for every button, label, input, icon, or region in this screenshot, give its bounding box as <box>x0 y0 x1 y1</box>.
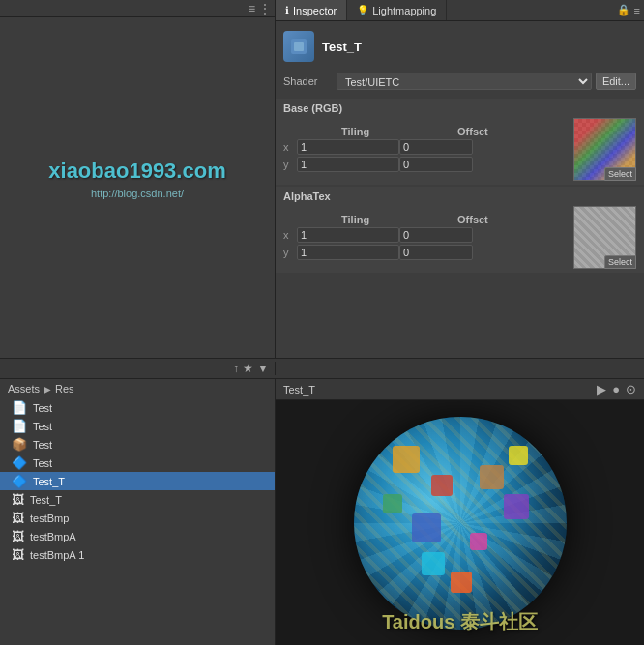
arrow-up-icon[interactable]: ↑ <box>233 362 239 375</box>
asset-item-testbmpa[interactable]: 🖼testBmpA <box>0 527 275 545</box>
tex-headers-base: Tiling Offset <box>283 126 570 137</box>
tex-y-row-base: y <box>283 157 570 172</box>
asset-icon-test2: 📄 <box>12 419 27 433</box>
asset-label-test4: Test <box>33 457 52 469</box>
object-header: Test_T <box>276 27 644 66</box>
sphere-preview <box>354 417 567 630</box>
x-tiling-alpha[interactable] <box>297 227 399 243</box>
asset-icon-test_t2: 🖼 <box>12 492 24 507</box>
asset-item-test_t2[interactable]: 🖼Test_T <box>0 490 275 509</box>
sphere-block-5 <box>480 465 504 489</box>
tex-thumbnail-base-wrap: Select <box>573 118 636 181</box>
tex-section-base-title: Base (RGB) <box>283 103 636 114</box>
tab-lightmapping[interactable]: 💡 Lightmapping <box>347 0 447 20</box>
res-label: Res <box>55 383 74 395</box>
sphere-block-2 <box>431 475 453 496</box>
y-tiling-base[interactable] <box>297 157 399 172</box>
asset-icon-testbmpa: 🖼 <box>12 529 24 543</box>
menu-icon: ≡ <box>249 2 255 15</box>
x-label-alpha: x <box>283 229 297 241</box>
asset-item-test4[interactable]: 🔷Test <box>0 454 275 472</box>
divider-left: ↑ ★ ▼ <box>0 362 276 375</box>
sphere-block-4 <box>412 513 441 542</box>
sphere-icons-layer <box>354 417 567 630</box>
offset-header-base: Offset <box>457 126 535 137</box>
play-button[interactable]: ▶ <box>597 382 606 396</box>
sphere-block-8 <box>509 446 528 465</box>
watermark-sub: http://blog.csdn.net/ <box>48 188 225 199</box>
tab-bar: ℹ Inspector 💡 Lightmapping 🔒 ≡ <box>276 0 644 21</box>
tab-inspector[interactable]: ℹ Inspector <box>276 0 347 20</box>
svg-rect-1 <box>294 42 304 51</box>
asset-icon-test3: 📦 <box>12 437 27 452</box>
asset-label-test_t2: Test_T <box>30 494 62 506</box>
y-offset-alpha[interactable] <box>399 245 473 260</box>
dots-icon: ⋮ <box>259 2 271 15</box>
tex-section-base: Base (RGB) Tiling Offset x <box>276 99 644 185</box>
watermark-main: xiaobao1993.com <box>48 159 225 184</box>
top-section: ≡ ⋮ xiaobao1993.com http://blog.csdn.net… <box>0 0 644 358</box>
asset-item-test2[interactable]: 📄Test <box>0 417 275 435</box>
y-label-alpha: y <box>283 247 297 258</box>
tab-lightmapping-label: Lightmapping <box>372 5 436 16</box>
tex-info-base: Tiling Offset x y <box>283 126 570 174</box>
asset-item-testbmp[interactable]: 🖼testBmp <box>0 509 275 527</box>
tab-bar-icons: 🔒 ≡ <box>617 4 644 16</box>
asset-icon-test_t1: 🔷 <box>12 474 27 488</box>
tex-thumbnail-alpha-wrap: Select <box>573 206 636 269</box>
shader-label: Shader <box>283 75 337 87</box>
tex-row-alpha: Tiling Offset x y <box>283 206 636 269</box>
sphere-block-6 <box>470 533 487 550</box>
sphere-block-3 <box>383 494 402 513</box>
preview-toolbar: Test_T ▶ ● ⊙ <box>276 379 644 400</box>
asset-list: 📄Test📄Test📦Test🔷Test🔷Test_T🖼Test_T🖼testB… <box>0 398 275 564</box>
tiling-header-base: Tiling <box>341 126 457 137</box>
asset-icon-test4: 🔷 <box>12 455 27 470</box>
tex-info-alpha: Tiling Offset x y <box>283 214 570 262</box>
y-offset-base[interactable] <box>399 157 473 172</box>
asset-item-test1[interactable]: 📄Test <box>0 398 275 417</box>
y-tiling-alpha[interactable] <box>297 245 399 260</box>
asset-label-test3: Test <box>33 439 52 451</box>
left-panel: ≡ ⋮ xiaobao1993.com http://blog.csdn.net… <box>0 0 276 358</box>
sphere-block-7 <box>422 552 445 575</box>
asset-icon-testbmpa1: 🖼 <box>12 547 24 562</box>
preview-btn-circle1[interactable]: ● <box>612 382 620 396</box>
shader-select[interactable]: Test/UIETC <box>337 73 592 90</box>
y-label-base: y <box>283 159 297 170</box>
lock-icon[interactable]: 🔒 <box>617 4 630 16</box>
asset-item-test3[interactable]: 📦Test <box>0 435 275 454</box>
inspector-content: Test_T Shader Test/UIETC Edit... Base (R… <box>276 21 644 358</box>
asset-label-test2: Test <box>33 421 52 432</box>
object-icon-svg <box>289 37 308 56</box>
x-offset-base[interactable] <box>399 139 473 155</box>
asset-label-test_t1: Test_T <box>33 476 65 487</box>
lightmapping-tab-icon: 💡 <box>357 5 368 15</box>
select-button-alpha[interactable]: Select <box>604 255 636 269</box>
select-button-base[interactable]: Select <box>604 167 636 181</box>
asset-panel: Assets ▶ Res 📄Test📄Test📦Test🔷Test🔷Test_T… <box>0 379 276 645</box>
preview-title: Test_T <box>283 384 591 396</box>
asset-item-testbmpa1[interactable]: 🖼testBmpA 1 <box>0 545 275 564</box>
tex-section-alpha-title: AlphaTex <box>283 191 636 202</box>
asset-label-test1: Test <box>33 402 52 414</box>
asset-label-testbmp: testBmp <box>30 513 69 524</box>
watermark: xiaobao1993.com http://blog.csdn.net/ <box>48 159 225 199</box>
inspector-panel: ℹ Inspector 💡 Lightmapping 🔒 ≡ <box>276 0 644 358</box>
tex-x-row-alpha: x <box>283 227 570 243</box>
tiling-header-alpha: Tiling <box>341 214 457 225</box>
preview-btn-circle2[interactable]: ⊙ <box>626 382 636 396</box>
bottom-section: Assets ▶ Res 📄Test📄Test📦Test🔷Test🔷Test_T… <box>0 379 644 645</box>
x-tiling-base[interactable] <box>297 139 399 155</box>
tex-y-row-alpha: y <box>283 245 570 260</box>
menu-tab-icon[interactable]: ≡ <box>634 5 640 16</box>
filter-icon[interactable]: ▼ <box>257 362 269 375</box>
asset-item-test_t1[interactable]: 🔷Test_T <box>0 472 275 490</box>
asset-breadcrumb: Assets ▶ Res <box>0 379 275 398</box>
x-offset-alpha[interactable] <box>399 227 473 243</box>
edit-button[interactable]: Edit... <box>596 73 636 90</box>
sphere-block-1 <box>393 446 420 473</box>
tex-row-base: Tiling Offset x y <box>283 118 636 181</box>
left-panel-toolbar: ≡ ⋮ <box>0 0 275 17</box>
star-icon[interactable]: ★ <box>243 362 253 375</box>
